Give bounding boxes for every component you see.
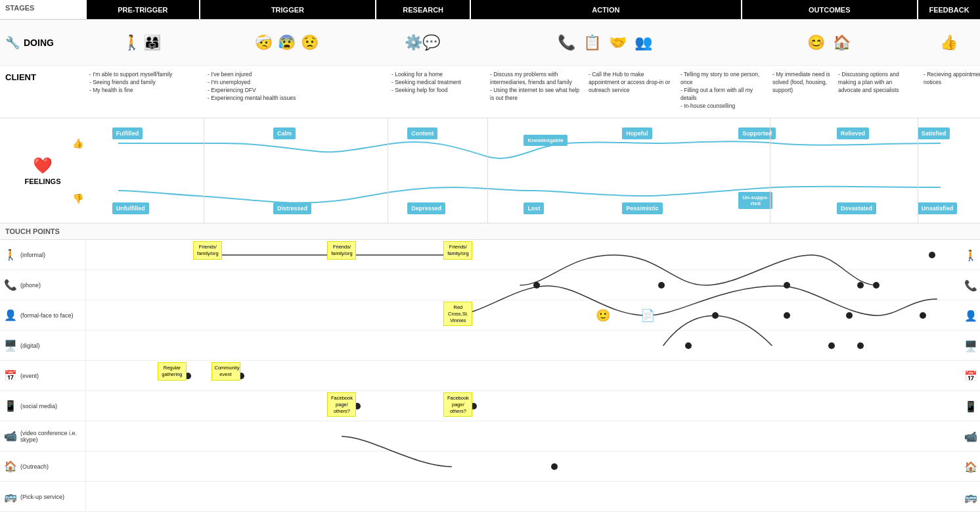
- feeling-unsupported: Un-suppo-rted: [738, 192, 772, 209]
- touchpoint-pickup: 🚌 (Pick-up service) 🚌: [0, 482, 980, 512]
- sticky-friends-3: Friends/ family/org: [443, 241, 472, 260]
- touchpoints-header: TOUCH POINTS: [0, 223, 980, 240]
- outreach-icon: 🏠: [4, 460, 17, 473]
- doing-icons-area: 🚶 👨‍👩‍👧 🤕 😰 😟 ⚙️ 💬 📞 📋 🤝 👥 😊 🏠 👍: [85, 34, 980, 51]
- walking-person-icon: 🚶: [123, 34, 141, 51]
- tp-track-social: Facebook page/ others? Facebook page/ ot…: [85, 391, 980, 421]
- client-action5: - Discussing options and making a plan w…: [834, 70, 920, 111]
- doing-icons-action: 📞 📋 🤝 👥: [470, 34, 740, 51]
- feeling-content: Content: [407, 128, 437, 139]
- tp-track-formal: Red Cross,St. Vinnies 🙂 📄: [85, 300, 980, 330]
- tp-label-video: 📹 (video conference i.e. skype): [0, 430, 85, 443]
- green-document-icon: 📄: [640, 308, 655, 323]
- tp-label-phone: 📞 (phone): [0, 279, 85, 291]
- feeling-calm: Calm: [273, 128, 296, 139]
- divider-outcomes: [918, 118, 918, 223]
- formal-icon: 👤: [4, 309, 17, 321]
- dot-informal-right: [929, 252, 935, 258]
- digital-icon: 🖥️: [4, 339, 17, 352]
- dot-digital-1: [685, 342, 692, 349]
- stage-research: RESEARCH: [375, 0, 470, 19]
- thumbs-up-indicator: 👍: [72, 138, 83, 149]
- touchpoint-social: 📱 (social media) Facebook page/ others? …: [0, 391, 980, 421]
- feeling-unfulfilled: Unfulfilled: [112, 202, 149, 214]
- touchpoints-section: TOUCH POINTS 🚶 (informal) Friends/ famil…: [0, 223, 980, 512]
- feeling-satisfied: Satisfied: [918, 128, 950, 139]
- client-research: - Looking for a home - Seeking medical t…: [388, 70, 486, 111]
- feelings-label: ❤️ FEELINGS: [0, 156, 85, 185]
- digital-end-icon: 🖥️: [964, 339, 977, 352]
- feeling-relieved: Relieved: [837, 128, 869, 139]
- tp-track-pickup: [85, 482, 980, 511]
- stage-pretrigger: PRE-TRIGGER: [85, 0, 199, 19]
- tp-track-event: Regular gathering Community event: [85, 361, 980, 390]
- doing-icons-outcomes: 😊 🏠: [741, 34, 918, 51]
- dot-phone-3: [784, 282, 790, 289]
- family-icon: 👨‍👩‍👧: [143, 34, 161, 51]
- pickup-end-icon: 🚌: [964, 490, 977, 503]
- stage-outcomes: OUTCOMES: [741, 0, 918, 19]
- thumbs-up-magnify-icon: 👍: [940, 34, 958, 51]
- sticky-friends-2: Friends/ family/org: [327, 241, 356, 260]
- sticky-regular-gathering: Regular gathering: [158, 362, 187, 381]
- doing-row: 🔧 DOING 🚶 👨‍👩‍👧 🤕 😰 😟 ⚙️ 💬 📞 📋 🤝 👥: [0, 20, 980, 66]
- sticky-facebook-1: Facebook page/ others?: [327, 392, 356, 417]
- feeling-pessimistic: Pessimistic: [622, 202, 663, 214]
- stages-label: STAGES: [0, 0, 85, 19]
- client-action4: - My immediate need is solved (food, hou…: [768, 70, 834, 111]
- client-outcomes1: - Recieving appointment notices: [920, 70, 980, 111]
- client-action1: - Discuss my problems with intermediarie…: [486, 70, 585, 111]
- touchpoint-outreach: 🏠 (Outreach) 🏠: [0, 452, 980, 482]
- phone-icon: 📞: [4, 279, 17, 291]
- touchpoint-video: 📹 (video conference i.e. skype) 📹: [0, 421, 980, 452]
- sticky-community-event: Community event: [212, 362, 240, 381]
- sticky-friends-1: Friends/ family/org: [193, 241, 222, 260]
- meeting-icon: 🤝: [609, 34, 627, 51]
- client-cells: - I'm able to support myself/family - Se…: [85, 70, 980, 111]
- stages-row: STAGES PRE-TRIGGER TRIGGER RESEARCH ACTI…: [0, 0, 980, 20]
- divider-action: [770, 118, 770, 223]
- blue-person-icon: 🙂: [596, 308, 610, 323]
- feelings-row: ❤️ FEELINGS 👍 👎 Fulfilled Calm Content K…: [0, 118, 980, 223]
- feeling-unsatisfied: Unsatisfied: [918, 202, 958, 214]
- outreach-end-icon: 🏠: [964, 460, 977, 473]
- tp-track-phone: [85, 270, 980, 300]
- injured-person-icon: 🤕: [255, 34, 273, 51]
- sticky-facebook-2: Facebook page/ others?: [443, 392, 472, 417]
- feelings-text: FEELINGS: [24, 177, 60, 185]
- group-meeting-icon: 👥: [635, 34, 652, 51]
- tp-label-outreach: 🏠 (Outreach): [0, 460, 85, 473]
- client-action2: - Call the Hub to make appointment or ac…: [585, 70, 677, 111]
- tp-label-informal: 🚶 (informal): [0, 248, 85, 261]
- tp-track-video: [85, 421, 980, 451]
- touchpoint-informal: 🚶 (informal) Friends/ family/org Friends…: [0, 240, 980, 270]
- client-trigger: - I've been injured - I'm unemployed - E…: [204, 70, 388, 111]
- wrench-icon: 🔧: [5, 35, 20, 50]
- tp-label-event: 📅 (event): [0, 369, 85, 382]
- dot-digital-2: [828, 342, 835, 349]
- formal-end-icon: 👤: [964, 309, 977, 321]
- dot-formal-right: [920, 312, 926, 319]
- client-label: CLIENT: [0, 70, 85, 85]
- tp-track-informal: Friends/ family/org Friends/ family/org …: [85, 240, 980, 269]
- divider-trigger: [388, 118, 388, 223]
- search-gear-icon: ⚙️: [405, 34, 422, 51]
- dot-formal-2: [712, 312, 719, 319]
- doing-icons-trigger: 🤕 😰 😟: [199, 34, 376, 51]
- client-action3: - Telling my story to one person, once -…: [677, 70, 768, 111]
- tp-track-outreach: [85, 452, 980, 481]
- form-icon: 📋: [583, 34, 601, 51]
- stage-action: ACTION: [470, 0, 740, 19]
- doing-icons-feedback: 👍: [917, 34, 980, 51]
- touchpoint-event: 📅 (event) Regular gathering Community ev…: [0, 361, 980, 391]
- dot-digital-3: [857, 342, 864, 349]
- client-pretrigger: - I'm able to support myself/family - Se…: [85, 70, 204, 111]
- stage-trigger: TRIGGER: [199, 0, 376, 19]
- client-row: CLIENT - I'm able to support myself/fami…: [0, 66, 980, 118]
- divider-research: [487, 118, 488, 223]
- feeling-fulfilled: Fulfilled: [112, 128, 143, 139]
- touchpoint-phone: 📞 (phone) 📞: [0, 270, 980, 300]
- thumbs-down-indicator: 👎: [72, 193, 83, 204]
- doing-icons-pretrigger: 🚶 👨‍👩‍👧: [85, 34, 199, 51]
- dot-outreach-1: [551, 463, 558, 470]
